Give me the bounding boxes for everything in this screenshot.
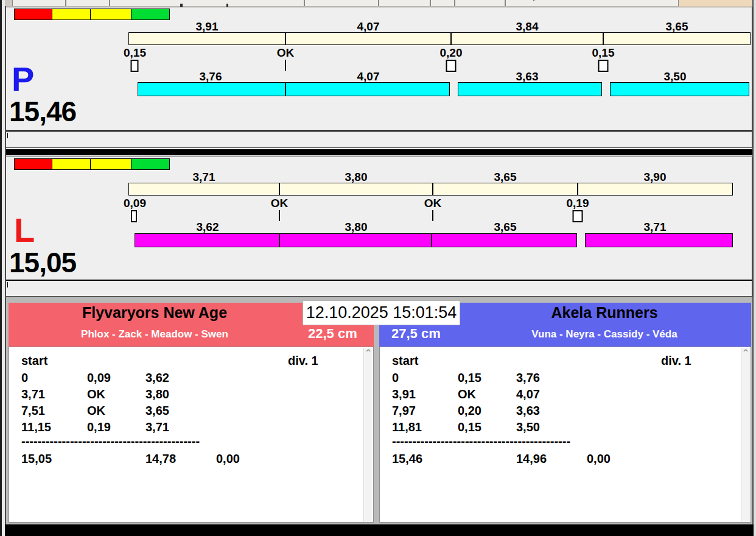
- table-scrollbar[interactable]: ^: [363, 348, 373, 522]
- toolbar-button[interactable]: [66, 0, 110, 6]
- split-value: OK: [277, 46, 295, 60]
- row-dev: 0,15: [458, 420, 481, 434]
- plan-bar-segment: [280, 183, 433, 195]
- lane-total-time: 15,46: [9, 97, 76, 125]
- team-result-table: start div. 1 0 0,15 3,76 3,91 OK 4,07 7,…: [379, 347, 751, 523]
- team-members: Phlox - Zack - Meadow - Swen: [21, 328, 289, 340]
- scroll-up-icon[interactable]: ^: [364, 348, 373, 357]
- row-dev: OK: [458, 387, 476, 401]
- table-separator: ----------------------------------------…: [21, 434, 200, 448]
- run-bar-segment: [280, 234, 432, 247]
- plan-bar-segment: [578, 183, 732, 195]
- datetime-display: 12.10.2025 15:01:54: [303, 300, 460, 325]
- run-bar-segment: [286, 83, 449, 96]
- traffic-green-block: [131, 9, 170, 20]
- run-bar-segment: [610, 82, 749, 96]
- toolbar-button[interactable]: [430, 0, 455, 6]
- team-results-area: Flyvaryors New Age Phlox - Zack - Meadow…: [5, 297, 752, 524]
- fault-marker-box: [446, 60, 457, 72]
- plan-bar: [128, 183, 733, 196]
- toolbar-button[interactable]: [379, 0, 430, 6]
- row-dev: 0,15: [458, 371, 481, 385]
- row-split: 3,62: [145, 371, 169, 385]
- row-time: 3,91: [392, 387, 416, 401]
- lane-status-strip: [5, 130, 752, 149]
- lane-status-strip: [5, 280, 752, 298]
- plan-bar-segment: [286, 33, 452, 44]
- plan-value: 3,71: [193, 171, 215, 184]
- toolbar-button[interactable]: [505, 0, 679, 6]
- window-right-border: [754, 0, 756, 536]
- team-panel-left: Flyvaryors New Age Phlox - Zack - Meadow…: [9, 303, 374, 523]
- plan-value: 4,07: [357, 20, 380, 34]
- table-separator: ----------------------------------------…: [392, 434, 570, 448]
- total-diff: 0,00: [587, 452, 611, 466]
- table-start-label: start: [392, 354, 418, 368]
- split-value: OK: [424, 197, 442, 210]
- row-time: 0: [392, 371, 399, 385]
- bottom-black-bar: [0, 524, 756, 536]
- run-value: 3,65: [494, 220, 517, 234]
- row-time: 7,51: [21, 404, 45, 418]
- traffic-light-bar: [14, 158, 170, 170]
- toolbar-button[interactable]: [110, 0, 304, 6]
- window-left-border: [5, 6, 6, 524]
- row-split: 3,71: [145, 420, 169, 434]
- run-bar-segment: [585, 233, 733, 247]
- split-value: 0,20: [440, 46, 463, 60]
- row-split: 3,50: [516, 420, 540, 434]
- table-start-label: start: [21, 354, 47, 368]
- fault-marker-box: [131, 60, 139, 72]
- plan-bar-segment: [129, 33, 286, 44]
- traffic-yellow-block: [52, 9, 91, 20]
- fault-marker-box: [598, 60, 609, 72]
- run-value: 3,71: [644, 220, 667, 234]
- row-split: 3,65: [145, 404, 169, 418]
- split-value: 0,15: [592, 46, 615, 60]
- toolbar-button[interactable]: [12, 0, 66, 6]
- row-dev: OK: [87, 404, 105, 418]
- run-value: 3,76: [200, 70, 222, 83]
- traffic-red-block: [14, 158, 52, 170]
- toolbar-button[interactable]: [304, 0, 379, 6]
- run-value: 3,63: [516, 70, 539, 83]
- toolbar-button[interactable]: [455, 0, 505, 6]
- team-name: Akela Runners: [458, 304, 751, 322]
- traffic-yellow-block: [52, 158, 91, 170]
- row-time: 7,97: [392, 404, 416, 418]
- lane-letter: L: [14, 213, 35, 247]
- table-scrollbar[interactable]: ^: [741, 348, 750, 522]
- plan-value: 3,90: [644, 171, 667, 184]
- traffic-light-bar: [14, 9, 170, 20]
- team-name: Flyvaryors New Age: [9, 304, 301, 322]
- fault-marker-box: [131, 210, 137, 222]
- run-value: 3,62: [197, 220, 219, 234]
- plan-bar-segment: [452, 33, 604, 44]
- run-value: 3,50: [664, 70, 687, 83]
- row-dev: 0,09: [87, 371, 111, 385]
- plan-value: 3,84: [516, 20, 539, 34]
- table-div-label: div. 1: [661, 354, 691, 368]
- team-result-table: start div. 1 0 0,09 3,62 3,71 OK 3,80 7,…: [9, 347, 374, 523]
- plan-bar-segment: [604, 33, 750, 44]
- scroll-up-icon[interactable]: ^: [741, 348, 750, 357]
- row-dev: OK: [87, 387, 105, 401]
- plan-value: 3,80: [345, 171, 368, 184]
- total-time: 15,05: [21, 452, 52, 466]
- run-value: 4,07: [357, 70, 380, 83]
- total-time: 15,46: [392, 452, 422, 466]
- app-window: ˅ 3,91 4,07 3,84 3,65 0,15 OK 0,20 0,15 …: [0, 0, 756, 536]
- team-panel-right: Akela Runners Vuna - Neyra - Cassidy - V…: [379, 303, 751, 523]
- row-split: 4,07: [516, 387, 540, 401]
- hurdle-height: 27,5 cm: [391, 326, 441, 342]
- lane-letter: P: [12, 62, 34, 96]
- row-time: 0: [21, 371, 28, 385]
- hurdle-height: 22,5 cm: [308, 326, 357, 342]
- ok-tick-mark: [285, 60, 286, 71]
- dropdown-chevron-icon[interactable]: ˅: [532, 0, 536, 7]
- row-dev: 0,19: [87, 420, 111, 434]
- traffic-yellow-block: [90, 158, 131, 170]
- plan-value: 3,65: [666, 20, 688, 34]
- lane-total-time: 15,05: [9, 249, 76, 277]
- run-value: 3,80: [345, 220, 368, 234]
